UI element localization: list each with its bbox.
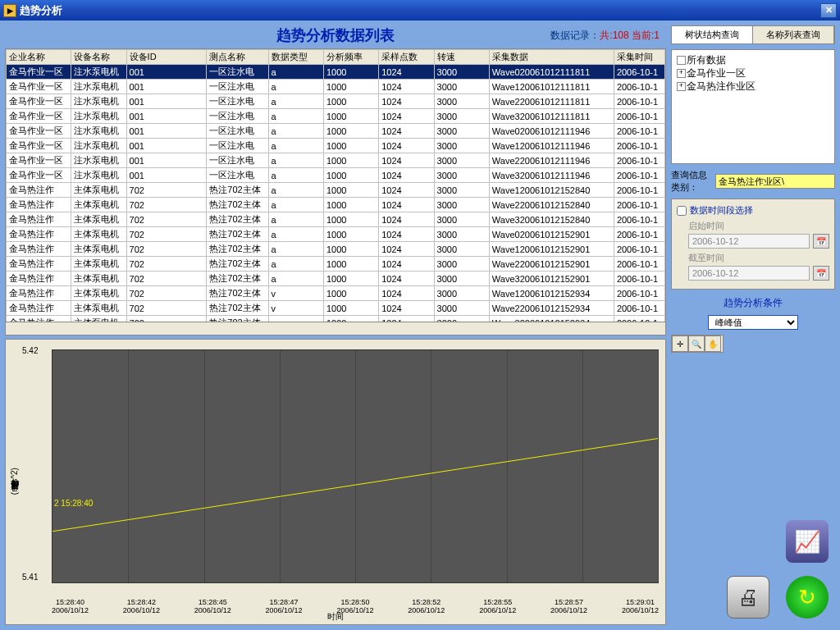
table-row[interactable]: 金马作业一区注水泵电机001一区注水电a100010243000Wave1200… [7, 80, 665, 94]
col-header[interactable]: 测点名称 [207, 50, 268, 65]
condition-select[interactable]: 峰峰值 [708, 315, 798, 330]
table-row[interactable]: 金马热注作主体泵电机702热注702主体a100010243000Wave320… [7, 272, 665, 286]
window-title: 趋势分析 [20, 3, 62, 18]
tree-item-1[interactable]: 金马热注作业区 [675, 80, 831, 93]
x-axis-label: 时间 [327, 611, 344, 623]
h-scrollbar[interactable] [6, 322, 665, 335]
table-row[interactable]: 金马作业一区注水泵电机001一区注水电a100010243000Wave0200… [7, 124, 665, 139]
titlebar: ▶ 趋势分析 ✕ [0, 0, 840, 21]
end-date-input[interactable] [688, 266, 810, 281]
table-row[interactable]: 金马作业一区注水泵电机001一区注水电a100010243000Wave3200… [7, 109, 665, 124]
data-table[interactable]: 企业名称设备名称设备ID测点名称数据类型分析频率采样点数转速采集数据采集时间金马… [5, 48, 666, 336]
col-header[interactable]: 数据类型 [268, 50, 323, 65]
refresh-button[interactable]: ↻ [786, 576, 829, 619]
tree-root[interactable]: 所有数据 [675, 53, 831, 66]
record-info: 数据记录：共:108 当前:1 [550, 29, 660, 43]
table-row[interactable]: 金马热注作主体泵电机702热注702主体a100010243000Wave220… [7, 257, 665, 272]
tab-list[interactable]: 名称列表查询 [753, 26, 834, 43]
table-row[interactable]: 金马热注作主体泵电机702热注702主体a100010243000Wave120… [7, 183, 665, 198]
page-title: 趋势分析数据列表 [276, 25, 395, 45]
start-date-picker-icon[interactable]: 📅 [813, 234, 829, 249]
y-min: 5.41 [22, 573, 38, 582]
query-label: 查询信息类别： [671, 169, 712, 194]
trend-chart[interactable]: 5.42 5.41 加速度 峰峰值(m/s^2) 2 15:28:40 15:2… [5, 339, 666, 625]
col-header[interactable]: 设备名称 [71, 50, 126, 65]
col-header[interactable]: 分析频率 [323, 50, 378, 65]
close-button[interactable]: ✕ [820, 3, 837, 18]
tool-crosshair-icon[interactable]: ✛ [672, 336, 688, 352]
tab-tree[interactable]: 树状结构查询 [672, 26, 753, 43]
col-header[interactable]: 采集数据 [489, 50, 614, 65]
table-row[interactable]: 金马热注作主体泵电机702热注702主体v100010243000Wave220… [7, 301, 665, 316]
col-header[interactable]: 转速 [434, 50, 489, 65]
table-row[interactable]: 金马热注作主体泵电机702热注702主体a100010243000Wave020… [7, 227, 665, 242]
col-header[interactable]: 企业名称 [7, 50, 71, 65]
table-row[interactable]: 金马作业一区注水泵电机001一区注水电a100010243000Wave3200… [7, 168, 665, 183]
table-row[interactable]: 金马作业一区注水泵电机001一区注水电a100010243000Wave2200… [7, 94, 665, 109]
tool-pan-icon[interactable]: ✋ [705, 336, 721, 352]
query-input[interactable] [715, 174, 835, 189]
table-row[interactable]: 金马作业一区注水泵电机001一区注水电a100010243000Wave0200… [7, 65, 665, 80]
app-icon: ▶ [3, 4, 16, 17]
date-panel: 数据时间段选择 启始时间 📅 截至时间 📅 [671, 199, 835, 290]
tree-view[interactable]: 所有数据 金马作业一区 金马热注作业区 [671, 49, 835, 164]
date-range-checkbox[interactable]: 数据时间段选择 [677, 204, 829, 217]
table-row[interactable]: 金马热注作主体泵电机702热注702主体a100010243000Wave120… [7, 242, 665, 257]
table-row[interactable]: 金马作业一区注水泵电机001一区注水电a100010243000Wave2200… [7, 153, 665, 168]
print-button[interactable]: 🖨 [727, 576, 769, 619]
start-date-label: 启始时间 [688, 220, 829, 232]
end-date-label: 截至时间 [688, 252, 829, 264]
tool-zoom-icon[interactable]: 🔍 [688, 336, 705, 352]
col-header[interactable]: 采集时间 [614, 50, 664, 65]
condition-label: 趋势分析条件 [671, 296, 835, 310]
y-max: 5.42 [22, 346, 38, 355]
table-row[interactable]: 金马热注作主体泵电机702热注702主体v100010243000Wave120… [7, 286, 665, 301]
col-header[interactable]: 设备ID [126, 50, 207, 65]
analyze-button[interactable]: 📈 [786, 520, 829, 563]
col-header[interactable]: 采样点数 [379, 50, 434, 65]
table-row[interactable]: 金马热注作主体泵电机702热注702主体a100010243000Wave220… [7, 198, 665, 212]
end-date-picker-icon[interactable]: 📅 [813, 266, 829, 281]
query-tabs: 树状结构查询 名称列表查询 [671, 25, 835, 44]
table-row[interactable]: 金马作业一区注水泵电机001一区注水电a100010243000Wave1200… [7, 139, 665, 153]
y-axis-label: 加速度 峰峰值(m/s^2) [9, 468, 21, 497]
x-axis-ticks: 15:28:40 2006/10/1215:28:42 2006/10/1215… [52, 598, 659, 614]
start-date-input[interactable] [688, 234, 810, 249]
chart-toolbar: ✛ 🔍 ✋ [671, 335, 724, 353]
table-row[interactable]: 金马热注作主体泵电机702热注702主体a100010243000Wave320… [7, 212, 665, 227]
tree-item-0[interactable]: 金马作业一区 [675, 66, 831, 80]
svg-line-0 [52, 439, 658, 532]
